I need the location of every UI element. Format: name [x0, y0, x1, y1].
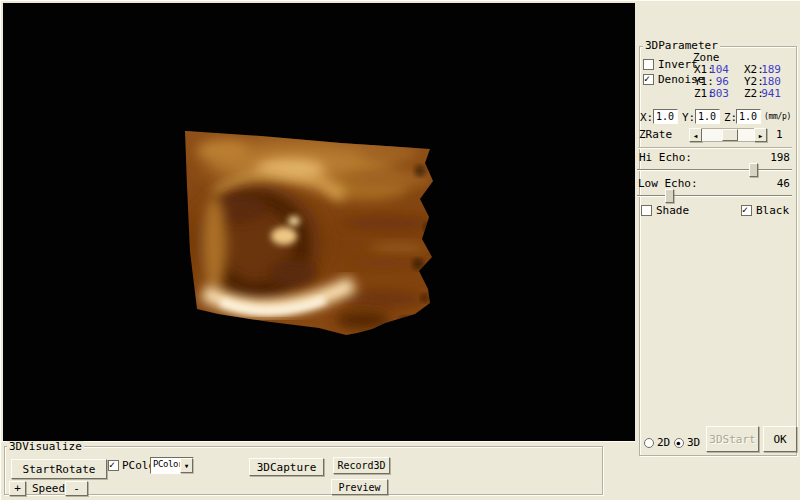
zrate-value: 1: [776, 129, 783, 141]
pcolor-select-button[interactable]: ▼: [180, 458, 193, 473]
hi-echo-slider[interactable]: [637, 163, 792, 177]
ok-button[interactable]: OK: [763, 426, 797, 452]
zone-z2-value: 941: [751, 88, 781, 100]
parameter-divider: [638, 147, 792, 149]
black-check-mark: ✓: [742, 204, 748, 215]
record3d-button[interactable]: Record3D: [333, 457, 390, 474]
scale-z-input[interactable]: [737, 110, 760, 123]
scale-y-field-frame: [695, 109, 720, 124]
shade-checkbox-label: Shade: [656, 205, 689, 217]
start-rotate-button[interactable]: StartRotate: [11, 459, 107, 479]
hi-echo-slider-track[interactable]: [637, 169, 792, 171]
scale-y-label: Y:: [682, 112, 695, 124]
denoise-checkbox[interactable]: ✓: [643, 74, 654, 85]
scroll-left-icon: ◀: [694, 132, 698, 139]
speed-minus-button[interactable]: -: [65, 481, 88, 496]
mode-3d-radio-label: 3D: [687, 437, 700, 449]
mode-3d-radio-dot: ●: [677, 437, 681, 448]
pcolor-check-mark: ✓: [109, 459, 115, 470]
pcolor-checkbox[interactable]: ✓: [108, 460, 119, 471]
app-window: 3DParameter Invert ✓ Denoise Zone X1: 10…: [0, 0, 800, 500]
low-echo-slider-thumb[interactable]: [665, 189, 674, 203]
speed-plus-button[interactable]: +: [9, 481, 26, 496]
black-checkbox-label: Black: [756, 205, 789, 217]
render-viewport[interactable]: [3, 3, 635, 441]
scroll-right-icon: ▶: [759, 132, 763, 139]
zone-z1-value: 803: [703, 88, 729, 100]
zrate-scrollbar[interactable]: ◀ ▶: [689, 128, 767, 142]
zrate-scroll-right-button[interactable]: ▶: [754, 128, 767, 142]
black-checkbox[interactable]: ✓: [741, 205, 752, 216]
denoise-check-mark: ✓: [644, 73, 650, 84]
pcolor-select[interactable]: PColor ▼: [150, 457, 194, 474]
scale-z-field-frame: [736, 109, 761, 124]
mode-3d-radio[interactable]: ●: [674, 438, 684, 448]
zrate-scroll-track[interactable]: [702, 128, 754, 142]
mode-2d-radio-label: 2D: [657, 437, 670, 449]
scale-x-field-frame: [653, 109, 678, 124]
speed-label: Speed: [32, 483, 65, 495]
scale-x-label: X:: [640, 112, 653, 124]
3dcapture-button[interactable]: 3DCapture: [249, 458, 324, 476]
dropdown-arrow-icon: ▼: [185, 462, 189, 469]
zrate-scroll-left-button[interactable]: ◀: [689, 128, 702, 142]
zrate-scroll-thumb[interactable]: [722, 129, 738, 141]
visualize-group-title: 3DVisualize: [7, 441, 84, 453]
scale-unit-label: (mm/p): [764, 111, 791, 123]
visualize-panel: 3DVisualize StartRotate + Speed - ✓ PCol…: [1, 441, 635, 500]
low-echo-slider-track[interactable]: [637, 195, 792, 197]
3dstart-button[interactable]: 3DStart: [706, 426, 759, 452]
scale-x-input[interactable]: [654, 110, 677, 123]
parameter-groupbox: [639, 46, 797, 456]
parameter-panel: 3DParameter Invert ✓ Denoise Zone X1: 10…: [635, 1, 800, 500]
shade-checkbox[interactable]: [641, 205, 652, 216]
hi-echo-slider-thumb[interactable]: [749, 163, 758, 177]
mode-2d-radio[interactable]: [644, 438, 654, 448]
scale-y-input[interactable]: [696, 110, 719, 123]
low-echo-slider[interactable]: [637, 189, 792, 203]
zrate-label: ZRate: [639, 129, 672, 141]
invert-checkbox-label: Invert: [658, 59, 698, 71]
preview-button[interactable]: Preview: [331, 479, 388, 495]
ultrasound-render: [3, 3, 635, 441]
pcolor-select-value: PColor: [151, 458, 180, 473]
invert-checkbox[interactable]: [643, 59, 654, 70]
